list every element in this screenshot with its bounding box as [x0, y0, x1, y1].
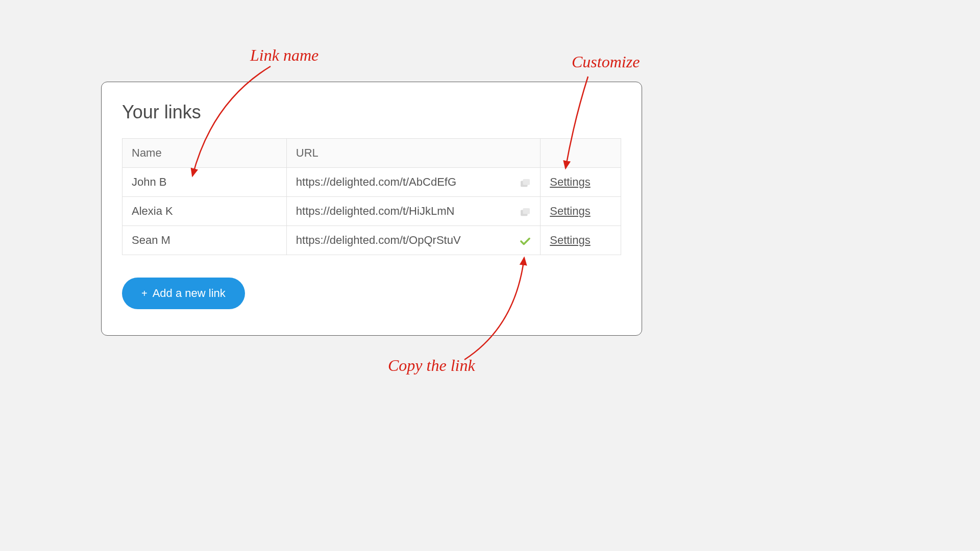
panel-title: Your links: [122, 102, 621, 123]
check-icon[interactable]: [520, 236, 531, 245]
links-table: Name URL John B https://delighted.com/t/…: [122, 138, 621, 255]
settings-link[interactable]: Settings: [550, 234, 591, 246]
link-url-cell: https://delighted.com/t/OpQrStuV: [286, 226, 540, 255]
link-name-cell: John B: [122, 168, 287, 197]
settings-cell: Settings: [541, 168, 621, 197]
link-name-cell: Sean M: [122, 226, 287, 255]
copy-icon[interactable]: [520, 207, 531, 216]
svg-rect-1: [523, 179, 530, 185]
plus-icon: +: [141, 288, 148, 299]
table-row: Sean M https://delighted.com/t/OpQrStuV …: [122, 226, 621, 255]
link-url-text: https://delighted.com/t/AbCdEfG: [296, 176, 456, 189]
annotation-link-name: Link name: [250, 46, 318, 65]
add-new-link-button[interactable]: + Add a new link: [122, 278, 245, 309]
table-row: Alexia K https://delighted.com/t/HiJkLmN: [122, 197, 621, 226]
column-header-settings: [541, 139, 621, 168]
settings-link[interactable]: Settings: [550, 205, 591, 217]
add-button-label: Add a new link: [153, 287, 226, 300]
table-row: John B https://delighted.com/t/AbCdEfG: [122, 168, 621, 197]
table-header-row: Name URL: [122, 139, 621, 168]
settings-cell: Settings: [541, 197, 621, 226]
link-url-text: https://delighted.com/t/OpQrStuV: [296, 234, 461, 247]
link-name-cell: Alexia K: [122, 197, 287, 226]
settings-cell: Settings: [541, 226, 621, 255]
link-url-text: https://delighted.com/t/HiJkLmN: [296, 205, 455, 218]
column-header-name: Name: [122, 139, 287, 168]
links-panel: Your links Name URL John B https://delig…: [101, 82, 642, 336]
svg-rect-3: [523, 208, 530, 214]
annotation-customize: Customize: [572, 53, 640, 71]
settings-link[interactable]: Settings: [550, 176, 591, 188]
annotation-copy-link: Copy the link: [388, 356, 475, 375]
link-url-cell: https://delighted.com/t/HiJkLmN: [286, 197, 540, 226]
copy-icon[interactable]: [520, 178, 531, 187]
column-header-url: URL: [286, 139, 540, 168]
link-url-cell: https://delighted.com/t/AbCdEfG: [286, 168, 540, 197]
